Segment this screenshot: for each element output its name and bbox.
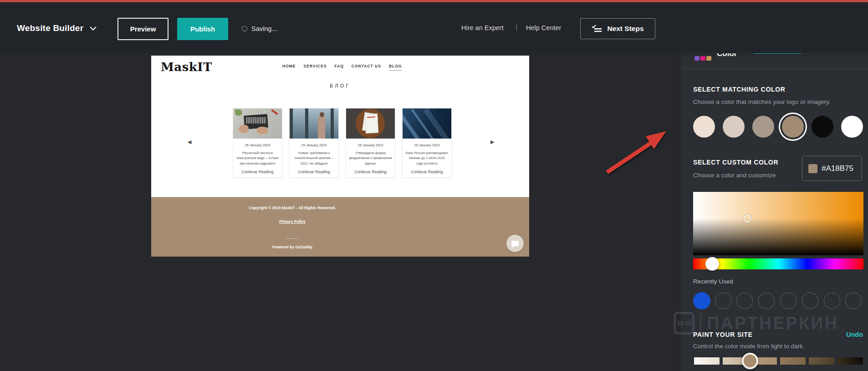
matching-swatch-6[interactable] (841, 116, 863, 138)
saving-spinner-icon (242, 26, 247, 31)
color-mode-segment-6[interactable] (837, 357, 863, 365)
color-mode-segment-5[interactable] (809, 357, 834, 365)
blog-card[interactable]: 25 January 2023 Расчетный листок в элект… (233, 108, 282, 178)
section-divider (680, 68, 868, 69)
preview-button[interactable]: Preview (117, 18, 168, 40)
website-builder-app: Website Builder Preview Publish Saving..… (0, 0, 868, 371)
color-mode-slider-handle[interactable] (742, 353, 758, 369)
blog-card-title: Банк России рекомендовал банкам до 1 июл… (405, 150, 449, 166)
blog-card-date: 25 January 2023 (233, 143, 282, 147)
checklist-icon (592, 25, 602, 33)
undo-link[interactable]: Undo (846, 331, 863, 338)
blog-card-title: Новые требования к пояснительной записке… (292, 150, 336, 166)
matching-swatch-2[interactable] (723, 116, 745, 138)
recent-color-empty-slot (802, 293, 818, 309)
blog-card[interactable]: 25 January 2023 Утверждена форма уведомл… (346, 108, 395, 178)
hex-color-swatch (808, 164, 817, 173)
blog-card-image-laptop (233, 108, 282, 139)
recent-color-blue[interactable] (693, 292, 710, 309)
matching-swatch-5[interactable] (812, 116, 833, 138)
chat-bubble-icon (511, 241, 519, 246)
blog-card-image-documents (346, 108, 395, 139)
sv-picker-handle[interactable] (743, 215, 751, 223)
chevron-down-icon (90, 26, 97, 31)
panel-divider (680, 55, 868, 55)
blog-card-date: 25 January 2023 (403, 143, 451, 147)
color-mode-segment-1[interactable] (694, 357, 720, 365)
saturation-value-picker[interactable] (693, 192, 863, 255)
paint-your-site-subtitle: Control the color mode from light to dar… (693, 343, 805, 350)
blog-card-date: 25 January 2023 (346, 143, 395, 147)
blog-card[interactable]: 25 January 2023 Новые требования к поясн… (289, 108, 339, 178)
chat-widget-button[interactable] (506, 235, 524, 252)
top-toolbar: Website Builder Preview Publish Saving..… (0, 2, 868, 53)
blog-heading: БЛОГ (151, 83, 529, 88)
theme-panel: WEBSITE THEME ⚙ SETTINGS Color SELECT MA… (680, 2, 868, 371)
recent-color-empty-slot (845, 293, 862, 309)
matching-swatch-4-selected[interactable] (782, 116, 804, 138)
palette-chip (706, 56, 711, 61)
site-footer: Copyright © 2023 MaskIT - All Rights Res… (151, 197, 529, 257)
carousel-prev-icon[interactable]: ◀ (188, 139, 191, 145)
top-accent-line (0, 0, 868, 2)
carousel-next-icon[interactable]: ▶ (490, 139, 494, 145)
site-nav-blog[interactable]: BLOG (389, 64, 402, 71)
continue-reading-link[interactable]: Continue Reading (290, 170, 338, 174)
hex-color-input[interactable]: #A18B75 (802, 156, 862, 181)
help-center-link[interactable]: Help Center (526, 24, 561, 31)
continue-reading-link[interactable]: Continue Reading (346, 170, 395, 174)
matching-color-subtitle: Choose a color that matches your logo or… (693, 98, 830, 105)
recently-used-label: Recently Used (693, 278, 733, 285)
app-title: Website Builder (17, 23, 83, 33)
hue-slider-handle[interactable] (705, 257, 719, 271)
blog-card-image-bankcard (403, 108, 451, 139)
recent-color-empty-slot (715, 293, 731, 309)
footer-divider (286, 238, 299, 239)
blog-card-title: Утверждена форма уведомления о применени… (349, 150, 392, 166)
site-preview[interactable]: MaskIT HOME SERVICES FAQ CONTACT US BLOG… (151, 56, 529, 257)
color-mode-segment-4[interactable] (780, 357, 806, 365)
app-title-menu[interactable]: Website Builder (17, 23, 97, 33)
next-steps-button[interactable]: Next Steps (580, 18, 655, 39)
matching-swatch-1[interactable] (693, 116, 715, 138)
blog-card-title: Расчетный листок в электронном виде – то… (236, 150, 279, 166)
recent-color-empty-slot (736, 293, 753, 309)
recent-color-empty-slot (780, 293, 797, 309)
palette-chip (700, 56, 705, 61)
site-nav: HOME SERVICES FAQ CONTACT US BLOG (282, 64, 402, 71)
matching-swatch-3[interactable] (752, 116, 774, 138)
footer-copyright: Copyright © 2023 MaskIT - All Rights Res… (151, 206, 434, 210)
color-section-clipped-title: Color (717, 53, 758, 60)
next-steps-label: Next Steps (607, 25, 643, 33)
paint-your-site-title: PAINT YOUR SITE (693, 331, 753, 338)
continue-reading-link[interactable]: Continue Reading (233, 170, 282, 174)
publish-button[interactable]: Publish (177, 18, 228, 40)
matching-color-title: SELECT MATCHING COLOR (693, 86, 786, 93)
custom-color-subtitle: Choose a color and customize (693, 172, 776, 179)
hire-expert-link[interactable]: Hire an Expert (461, 24, 504, 31)
palette-chip (694, 56, 700, 61)
custom-color-title: SELECT CUSTOM COLOR (693, 159, 778, 166)
recent-color-empty-slot (758, 293, 775, 309)
site-nav-contact[interactable]: CONTACT US (352, 64, 381, 71)
continue-reading-link[interactable]: Continue Reading (403, 170, 451, 174)
powered-by-link[interactable]: Powered by GoDaddy (151, 245, 434, 249)
site-nav-home[interactable]: HOME (282, 64, 296, 71)
privacy-policy-link[interactable]: Privacy Policy (151, 219, 434, 224)
site-nav-faq[interactable]: FAQ (334, 64, 343, 71)
saving-label: Saving... (251, 25, 277, 32)
site-nav-services[interactable]: SERVICES (304, 64, 327, 71)
blog-card[interactable]: 25 January 2023 Банк России рекомендовал… (402, 108, 452, 178)
blog-card-date: 25 January 2023 (290, 143, 338, 147)
hex-color-value: #A18B75 (822, 164, 853, 173)
site-logo[interactable]: MaskIT (161, 60, 212, 74)
topbar-separator: | (516, 23, 517, 31)
saving-status: Saving... (242, 25, 277, 32)
recent-color-empty-slot (824, 293, 840, 309)
blog-card-image-person (290, 108, 338, 139)
